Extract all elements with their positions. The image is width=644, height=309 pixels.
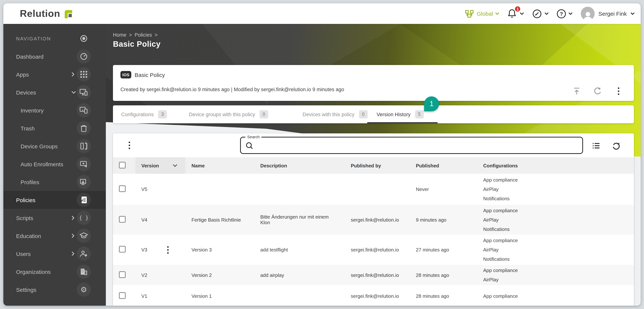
- table-header-row: Version Name Description Published by Pu…: [113, 157, 634, 174]
- configuration-item: Notifications: [483, 194, 634, 203]
- tab-device-groups[interactable]: Device groups with this policy 0: [189, 105, 268, 123]
- refresh-icon[interactable]: [612, 141, 621, 150]
- restore-version-icon[interactable]: [593, 87, 602, 96]
- notifications-menu[interactable]: 1: [508, 8, 524, 19]
- row-checkbox[interactable]: [119, 271, 126, 278]
- table-row-v1[interactable]: V1 Version 1 sergei.fink@relution.io 28 …: [113, 285, 634, 306]
- sidebar-item-education[interactable]: Education: [3, 227, 106, 245]
- breadcrumb-policies[interactable]: Policies: [135, 32, 152, 38]
- select-all-checkbox[interactable]: [119, 162, 126, 168]
- column-header-published[interactable]: Published: [410, 163, 477, 168]
- row-checkbox[interactable]: [119, 216, 126, 223]
- sidebar-item-apps[interactable]: Apps: [3, 65, 106, 83]
- active-tab-underline: [367, 122, 438, 123]
- help-menu[interactable]: ?: [557, 9, 572, 18]
- row-checkbox[interactable]: [119, 246, 126, 253]
- configuration-item: App compliance: [483, 175, 634, 185]
- table-row-v2[interactable]: V2 Version 2 add airplay sergei.fink@rel…: [113, 265, 634, 285]
- sidebar-header-navigation: NAVIGATION: [3, 29, 106, 47]
- row-actions-menu[interactable]: [167, 246, 169, 254]
- table-toolbar: Search: [113, 133, 634, 157]
- sidebar-item-label: Organizations: [16, 269, 51, 275]
- configuration-item: AirPlay: [483, 185, 634, 194]
- column-header-name[interactable]: Name: [186, 163, 254, 168]
- sidebar-item-label: Settings: [16, 287, 36, 293]
- brand-name: Relution: [20, 8, 60, 19]
- column-header-version[interactable]: Version: [136, 157, 186, 174]
- policies-icon: [77, 193, 91, 207]
- column-header-description[interactable]: Description: [254, 163, 345, 168]
- org-selector[interactable]: Global: [465, 9, 500, 18]
- sidebar-item-devices[interactable]: Devices: [3, 83, 106, 101]
- sidebar-item-policies[interactable]: Policies: [3, 191, 106, 209]
- row-checkbox[interactable]: [119, 292, 126, 299]
- name-cell: Fertige Basis Richtlinie: [186, 217, 254, 223]
- sidebar-item-dashboard[interactable]: Dashboard: [3, 47, 106, 65]
- bulk-actions-menu[interactable]: [129, 142, 130, 149]
- sidebar-item-scripts[interactable]: Scripts { }: [3, 209, 106, 227]
- published-cell: 28 minutes ago: [410, 293, 477, 299]
- feedback-menu[interactable]: [532, 9, 549, 18]
- sidebar-header-label: NAVIGATION: [16, 36, 51, 41]
- name-cell: Version 1: [186, 293, 254, 299]
- annotation-step-badge: 1: [424, 96, 439, 111]
- org-tree-icon: [465, 9, 474, 18]
- education-icon: [77, 229, 91, 243]
- search-input[interactable]: [256, 139, 579, 152]
- breadcrumb-separator: >: [129, 32, 132, 38]
- configurations-cell: App compliance AirPlay Notifications: [477, 236, 634, 264]
- sidebar-item-settings[interactable]: Settings ⚙: [3, 281, 106, 299]
- sidebar-item-organizations[interactable]: Organizations: [3, 263, 106, 281]
- ios-platform-badge: iOS: [120, 71, 131, 78]
- version-history-panel: Search Version N: [113, 133, 634, 306]
- row-checkbox[interactable]: [119, 185, 126, 192]
- devices-icon: [77, 85, 91, 99]
- column-settings-icon[interactable]: [592, 141, 600, 150]
- column-header-configurations[interactable]: Configurations: [477, 163, 634, 168]
- breadcrumb: Home > Policies >: [113, 32, 158, 38]
- more-options-menu[interactable]: [614, 87, 623, 96]
- name-cell: Version 2: [186, 272, 254, 278]
- sidebar-item-label: Device Groups: [20, 143, 58, 149]
- content-area: Home > Policies > Basic Policy iOS Basic…: [106, 24, 641, 306]
- relution-logo-icon: [64, 9, 73, 18]
- name-cell: Version 3: [186, 247, 254, 253]
- sidebar-item-label: Policies: [16, 197, 35, 203]
- policy-card-title: Basic Policy: [135, 71, 165, 78]
- publish-icon[interactable]: [572, 87, 581, 96]
- tab-configurations[interactable]: Configurations 3: [121, 105, 167, 123]
- published-cell: 27 minutes ago: [410, 247, 477, 253]
- column-header-published-by[interactable]: Published by: [345, 163, 410, 168]
- relution-logo[interactable]: Relution: [20, 8, 73, 19]
- configuration-item: AirPlay: [483, 275, 634, 284]
- org-label: Global: [477, 10, 493, 17]
- sidebar-item-device-groups[interactable]: Device Groups: [3, 137, 106, 155]
- table-row-v5[interactable]: V5 Never App compliance AirPlay Notifica…: [113, 174, 634, 205]
- user-menu[interactable]: Sergei Fink: [581, 7, 635, 20]
- table-row-v4[interactable]: V4 Fertige Basis Richtlinie Bitte Änderu…: [113, 205, 634, 235]
- version-cell: V4: [141, 217, 147, 223]
- sidebar-item-auto-enrollments[interactable]: Auto Enrollments: [3, 155, 106, 173]
- tab-label: Version History: [376, 111, 411, 117]
- trash-icon: [77, 121, 91, 135]
- chevron-down-icon: [495, 12, 499, 15]
- column-label: Version: [141, 163, 159, 168]
- chevron-down-icon: [520, 12, 524, 15]
- breadcrumb-home[interactable]: Home: [113, 32, 126, 38]
- tab-version-history[interactable]: Version History 5: [376, 105, 424, 123]
- sidebar-item-inventory[interactable]: Inventory: [3, 101, 106, 119]
- table-row-v3[interactable]: V3 Version 3 add testflight sergei.fink@…: [113, 235, 634, 265]
- tab-devices[interactable]: Devices with this policy 0: [302, 105, 368, 123]
- inventory-icon: [77, 103, 91, 117]
- users-icon: [77, 247, 91, 261]
- sidebar-item-profiles[interactable]: Profiles: [3, 173, 106, 191]
- configurations-cell: App compliance AirPlay Notifications: [477, 175, 634, 203]
- sidebar-item-label: Apps: [16, 71, 29, 77]
- sort-descending-icon[interactable]: [173, 164, 177, 167]
- target-icon[interactable]: [77, 31, 91, 45]
- sidebar-item-users[interactable]: Users: [3, 245, 106, 263]
- profiles-icon: [77, 175, 91, 189]
- published-cell: Never: [410, 186, 477, 192]
- sidebar-item-trash[interactable]: Trash: [3, 119, 106, 137]
- feedback-icon: [532, 9, 542, 18]
